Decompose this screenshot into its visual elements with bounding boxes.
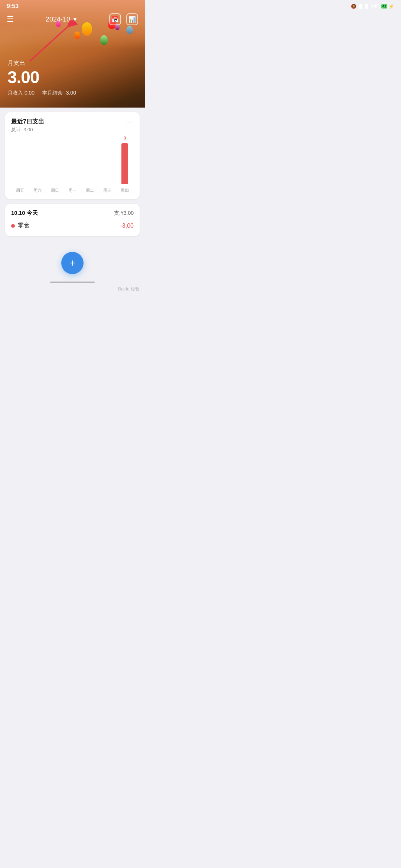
- chart-card-subtitle: 总计: 3.00: [11, 126, 44, 133]
- month-selector[interactable]: 2024-10 ▼: [46, 16, 78, 23]
- bar-label-5: 周三: [103, 188, 111, 193]
- hero-stats: 月支出 3.00 月收入 0.00 本月结余 -3.00: [7, 59, 76, 96]
- monthly-income-amount: 0.00: [25, 90, 35, 96]
- calendar-button[interactable]: 📅: [109, 13, 121, 25]
- monthly-expense-amount: 3.00: [7, 68, 76, 87]
- status-time: 9:53: [7, 3, 19, 10]
- transaction-date-number: 10.10: [11, 210, 25, 216]
- stats-button[interactable]: 📊: [126, 13, 138, 25]
- home-indicator: [0, 282, 145, 286]
- bar-chart-icon: 📊: [128, 16, 136, 23]
- transaction-list: 零食-3.00: [11, 221, 134, 230]
- weekly-chart-card: 最近7日支出 总计: 3.00 ··· 周五周六周日周一周二周三3周四: [5, 112, 140, 199]
- transaction-date: 10.10 今天: [11, 210, 38, 217]
- main-content: 最近7日支出 总计: 3.00 ··· 周五周六周日周一周二周三3周四 10.1…: [0, 108, 145, 241]
- bar-label-1: 周六: [33, 188, 42, 193]
- card-title-area: 最近7日支出 总计: 3.00: [11, 118, 44, 133]
- bar-label-3: 周一: [68, 188, 76, 193]
- monthly-balance-amount: -3.00: [64, 90, 76, 96]
- bar-col-0: 周五: [11, 177, 29, 193]
- transaction-day-total: 支:¥3.00: [114, 210, 134, 217]
- bar-label-2: 周日: [51, 188, 59, 193]
- bar-col-4: 周二: [81, 177, 99, 193]
- chart-card-title: 最近7日支出: [11, 118, 44, 126]
- bar-6: [121, 143, 128, 184]
- bar-label-0: 周五: [16, 188, 24, 193]
- add-button[interactable]: +: [61, 252, 84, 274]
- month-dropdown-icon: ▼: [72, 16, 78, 22]
- month-label: 2024-10: [46, 16, 70, 23]
- hero-section: ☰ 2024-10 ▼ 📅 📊 月支出 3.00: [0, 0, 145, 108]
- bar-col-6: 3周四: [116, 136, 134, 193]
- transaction-amount-0: -3.00: [120, 223, 134, 229]
- monthly-income: 月收入 0.00: [7, 90, 35, 96]
- transaction-left-0: 零食: [11, 222, 30, 230]
- monthly-balance: 本月结余 -3.00: [42, 90, 76, 96]
- home-bar: [50, 282, 95, 283]
- watermark: Baidu 经验: [0, 286, 145, 296]
- bar-label-4: 周二: [86, 188, 94, 193]
- transaction-dot-0: [11, 224, 15, 228]
- bar-col-1: 周六: [29, 177, 46, 193]
- bar-value-6: 3: [124, 136, 126, 141]
- hero-toolbar: ☰ 2024-10 ▼ 📅 📊: [0, 13, 145, 25]
- transaction-today-label: 今天: [27, 210, 38, 216]
- transaction-date-row: 10.10 今天 支:¥3.00: [11, 210, 134, 217]
- transaction-name-0: 零食: [18, 222, 30, 230]
- toolbar-icons: 📅 📊: [109, 13, 138, 25]
- bar-col-2: 周日: [46, 177, 63, 193]
- chart-more-button[interactable]: ···: [126, 118, 134, 126]
- bar-label-6: 周四: [121, 188, 129, 193]
- transaction-item-0[interactable]: 零食-3.00: [11, 221, 134, 230]
- card-header: 最近7日支出 总计: 3.00 ···: [11, 118, 134, 133]
- balloon-3: [126, 26, 133, 34]
- bar-col-5: 周三: [99, 177, 116, 193]
- monthly-expense-label: 月支出: [7, 59, 76, 67]
- monthly-income-label: 月收入: [7, 90, 23, 96]
- fab-container: +: [0, 252, 145, 274]
- balloon-5: [100, 35, 108, 45]
- balloon-6: [74, 32, 80, 39]
- menu-button[interactable]: ☰: [7, 15, 14, 23]
- bar-col-3: 周一: [63, 177, 81, 193]
- bar-chart: 周五周六周日周一周二周三3周四: [11, 134, 134, 193]
- status-bar: 9:53 🔕 ▐▌▐▌ WiFi 41 ⚡: [0, 0, 145, 11]
- monthly-balance-label: 本月结余: [42, 90, 63, 96]
- transaction-card: 10.10 今天 支:¥3.00 零食-3.00: [5, 204, 140, 236]
- calendar-icon: 📅: [111, 16, 119, 23]
- monthly-sub-stats: 月收入 0.00 本月结余 -3.00: [7, 90, 76, 96]
